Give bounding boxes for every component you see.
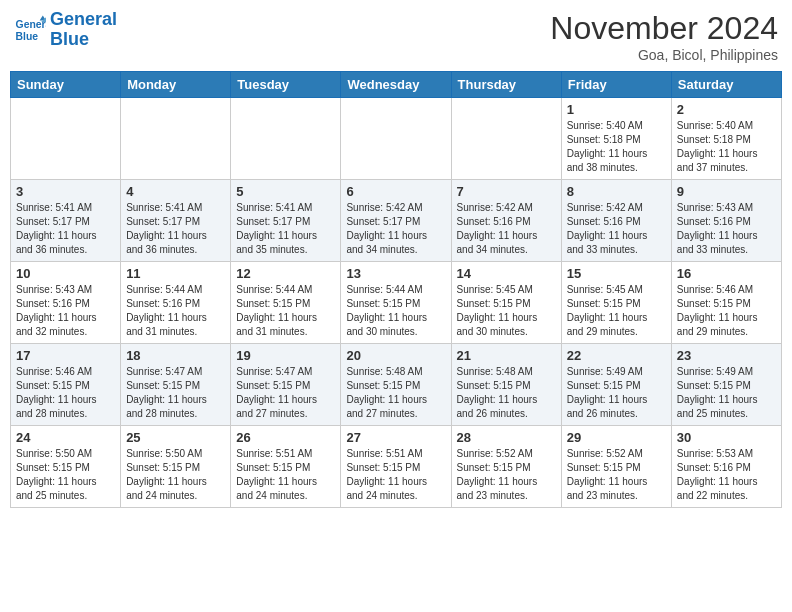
calendar-cell: 3Sunrise: 5:41 AM Sunset: 5:17 PM Daylig… bbox=[11, 180, 121, 262]
day-info: Sunrise: 5:49 AM Sunset: 5:15 PM Dayligh… bbox=[677, 365, 776, 421]
day-number: 19 bbox=[236, 348, 335, 363]
calendar-table: SundayMondayTuesdayWednesdayThursdayFrid… bbox=[10, 71, 782, 508]
calendar-cell: 24Sunrise: 5:50 AM Sunset: 5:15 PM Dayli… bbox=[11, 426, 121, 508]
calendar-week-row: 24Sunrise: 5:50 AM Sunset: 5:15 PM Dayli… bbox=[11, 426, 782, 508]
day-number: 11 bbox=[126, 266, 225, 281]
calendar-cell: 16Sunrise: 5:46 AM Sunset: 5:15 PM Dayli… bbox=[671, 262, 781, 344]
weekday-header-tuesday: Tuesday bbox=[231, 72, 341, 98]
day-number: 28 bbox=[457, 430, 556, 445]
calendar-week-row: 17Sunrise: 5:46 AM Sunset: 5:15 PM Dayli… bbox=[11, 344, 782, 426]
day-number: 16 bbox=[677, 266, 776, 281]
day-number: 6 bbox=[346, 184, 445, 199]
day-info: Sunrise: 5:49 AM Sunset: 5:15 PM Dayligh… bbox=[567, 365, 666, 421]
weekday-header-wednesday: Wednesday bbox=[341, 72, 451, 98]
day-info: Sunrise: 5:45 AM Sunset: 5:15 PM Dayligh… bbox=[457, 283, 556, 339]
day-info: Sunrise: 5:44 AM Sunset: 5:16 PM Dayligh… bbox=[126, 283, 225, 339]
calendar-cell: 6Sunrise: 5:42 AM Sunset: 5:17 PM Daylig… bbox=[341, 180, 451, 262]
logo-icon: General Blue bbox=[14, 14, 46, 46]
page-header: General Blue General Blue November 2024 … bbox=[10, 10, 782, 63]
day-number: 21 bbox=[457, 348, 556, 363]
calendar-cell: 18Sunrise: 5:47 AM Sunset: 5:15 PM Dayli… bbox=[121, 344, 231, 426]
weekday-header-friday: Friday bbox=[561, 72, 671, 98]
day-info: Sunrise: 5:48 AM Sunset: 5:15 PM Dayligh… bbox=[346, 365, 445, 421]
calendar-cell: 21Sunrise: 5:48 AM Sunset: 5:15 PM Dayli… bbox=[451, 344, 561, 426]
calendar-week-row: 1Sunrise: 5:40 AM Sunset: 5:18 PM Daylig… bbox=[11, 98, 782, 180]
calendar-cell: 14Sunrise: 5:45 AM Sunset: 5:15 PM Dayli… bbox=[451, 262, 561, 344]
day-number: 4 bbox=[126, 184, 225, 199]
calendar-cell: 12Sunrise: 5:44 AM Sunset: 5:15 PM Dayli… bbox=[231, 262, 341, 344]
day-info: Sunrise: 5:44 AM Sunset: 5:15 PM Dayligh… bbox=[236, 283, 335, 339]
day-number: 25 bbox=[126, 430, 225, 445]
calendar-cell: 2Sunrise: 5:40 AM Sunset: 5:18 PM Daylig… bbox=[671, 98, 781, 180]
day-number: 15 bbox=[567, 266, 666, 281]
day-info: Sunrise: 5:47 AM Sunset: 5:15 PM Dayligh… bbox=[126, 365, 225, 421]
calendar-cell: 7Sunrise: 5:42 AM Sunset: 5:16 PM Daylig… bbox=[451, 180, 561, 262]
day-number: 10 bbox=[16, 266, 115, 281]
calendar-week-row: 3Sunrise: 5:41 AM Sunset: 5:17 PM Daylig… bbox=[11, 180, 782, 262]
day-info: Sunrise: 5:44 AM Sunset: 5:15 PM Dayligh… bbox=[346, 283, 445, 339]
calendar-week-row: 10Sunrise: 5:43 AM Sunset: 5:16 PM Dayli… bbox=[11, 262, 782, 344]
day-info: Sunrise: 5:52 AM Sunset: 5:15 PM Dayligh… bbox=[457, 447, 556, 503]
title-block: November 2024 Goa, Bicol, Philippines bbox=[550, 10, 778, 63]
calendar-cell: 4Sunrise: 5:41 AM Sunset: 5:17 PM Daylig… bbox=[121, 180, 231, 262]
svg-text:Blue: Blue bbox=[16, 30, 39, 41]
day-info: Sunrise: 5:42 AM Sunset: 5:16 PM Dayligh… bbox=[457, 201, 556, 257]
day-info: Sunrise: 5:41 AM Sunset: 5:17 PM Dayligh… bbox=[16, 201, 115, 257]
day-info: Sunrise: 5:41 AM Sunset: 5:17 PM Dayligh… bbox=[126, 201, 225, 257]
logo: General Blue General Blue bbox=[14, 10, 117, 50]
day-number: 22 bbox=[567, 348, 666, 363]
calendar-cell: 26Sunrise: 5:51 AM Sunset: 5:15 PM Dayli… bbox=[231, 426, 341, 508]
calendar-cell: 9Sunrise: 5:43 AM Sunset: 5:16 PM Daylig… bbox=[671, 180, 781, 262]
calendar-cell: 10Sunrise: 5:43 AM Sunset: 5:16 PM Dayli… bbox=[11, 262, 121, 344]
calendar-cell: 22Sunrise: 5:49 AM Sunset: 5:15 PM Dayli… bbox=[561, 344, 671, 426]
day-number: 7 bbox=[457, 184, 556, 199]
calendar-cell bbox=[341, 98, 451, 180]
calendar-cell: 29Sunrise: 5:52 AM Sunset: 5:15 PM Dayli… bbox=[561, 426, 671, 508]
location: Goa, Bicol, Philippines bbox=[550, 47, 778, 63]
day-info: Sunrise: 5:43 AM Sunset: 5:16 PM Dayligh… bbox=[677, 201, 776, 257]
day-number: 12 bbox=[236, 266, 335, 281]
day-info: Sunrise: 5:45 AM Sunset: 5:15 PM Dayligh… bbox=[567, 283, 666, 339]
day-info: Sunrise: 5:51 AM Sunset: 5:15 PM Dayligh… bbox=[236, 447, 335, 503]
day-info: Sunrise: 5:46 AM Sunset: 5:15 PM Dayligh… bbox=[16, 365, 115, 421]
day-info: Sunrise: 5:51 AM Sunset: 5:15 PM Dayligh… bbox=[346, 447, 445, 503]
day-number: 27 bbox=[346, 430, 445, 445]
calendar-cell: 15Sunrise: 5:45 AM Sunset: 5:15 PM Dayli… bbox=[561, 262, 671, 344]
weekday-header-monday: Monday bbox=[121, 72, 231, 98]
calendar-cell: 23Sunrise: 5:49 AM Sunset: 5:15 PM Dayli… bbox=[671, 344, 781, 426]
day-number: 17 bbox=[16, 348, 115, 363]
day-number: 26 bbox=[236, 430, 335, 445]
day-number: 3 bbox=[16, 184, 115, 199]
day-number: 24 bbox=[16, 430, 115, 445]
day-info: Sunrise: 5:42 AM Sunset: 5:16 PM Dayligh… bbox=[567, 201, 666, 257]
calendar-cell: 27Sunrise: 5:51 AM Sunset: 5:15 PM Dayli… bbox=[341, 426, 451, 508]
calendar-cell: 28Sunrise: 5:52 AM Sunset: 5:15 PM Dayli… bbox=[451, 426, 561, 508]
calendar-cell bbox=[231, 98, 341, 180]
calendar-cell: 17Sunrise: 5:46 AM Sunset: 5:15 PM Dayli… bbox=[11, 344, 121, 426]
calendar-cell: 5Sunrise: 5:41 AM Sunset: 5:17 PM Daylig… bbox=[231, 180, 341, 262]
day-info: Sunrise: 5:41 AM Sunset: 5:17 PM Dayligh… bbox=[236, 201, 335, 257]
weekday-header-saturday: Saturday bbox=[671, 72, 781, 98]
day-info: Sunrise: 5:52 AM Sunset: 5:15 PM Dayligh… bbox=[567, 447, 666, 503]
calendar-cell: 19Sunrise: 5:47 AM Sunset: 5:15 PM Dayli… bbox=[231, 344, 341, 426]
month-title: November 2024 bbox=[550, 10, 778, 47]
day-info: Sunrise: 5:47 AM Sunset: 5:15 PM Dayligh… bbox=[236, 365, 335, 421]
calendar-cell bbox=[11, 98, 121, 180]
day-number: 18 bbox=[126, 348, 225, 363]
calendar-cell: 13Sunrise: 5:44 AM Sunset: 5:15 PM Dayli… bbox=[341, 262, 451, 344]
day-info: Sunrise: 5:50 AM Sunset: 5:15 PM Dayligh… bbox=[126, 447, 225, 503]
svg-text:General: General bbox=[16, 19, 46, 30]
day-number: 23 bbox=[677, 348, 776, 363]
calendar-cell: 30Sunrise: 5:53 AM Sunset: 5:16 PM Dayli… bbox=[671, 426, 781, 508]
weekday-header-row: SundayMondayTuesdayWednesdayThursdayFrid… bbox=[11, 72, 782, 98]
weekday-header-thursday: Thursday bbox=[451, 72, 561, 98]
calendar-cell: 20Sunrise: 5:48 AM Sunset: 5:15 PM Dayli… bbox=[341, 344, 451, 426]
day-info: Sunrise: 5:43 AM Sunset: 5:16 PM Dayligh… bbox=[16, 283, 115, 339]
logo-text: General Blue bbox=[50, 10, 117, 50]
day-info: Sunrise: 5:42 AM Sunset: 5:17 PM Dayligh… bbox=[346, 201, 445, 257]
calendar-cell: 1Sunrise: 5:40 AM Sunset: 5:18 PM Daylig… bbox=[561, 98, 671, 180]
calendar-cell: 11Sunrise: 5:44 AM Sunset: 5:16 PM Dayli… bbox=[121, 262, 231, 344]
day-number: 8 bbox=[567, 184, 666, 199]
day-number: 2 bbox=[677, 102, 776, 117]
calendar-cell: 25Sunrise: 5:50 AM Sunset: 5:15 PM Dayli… bbox=[121, 426, 231, 508]
